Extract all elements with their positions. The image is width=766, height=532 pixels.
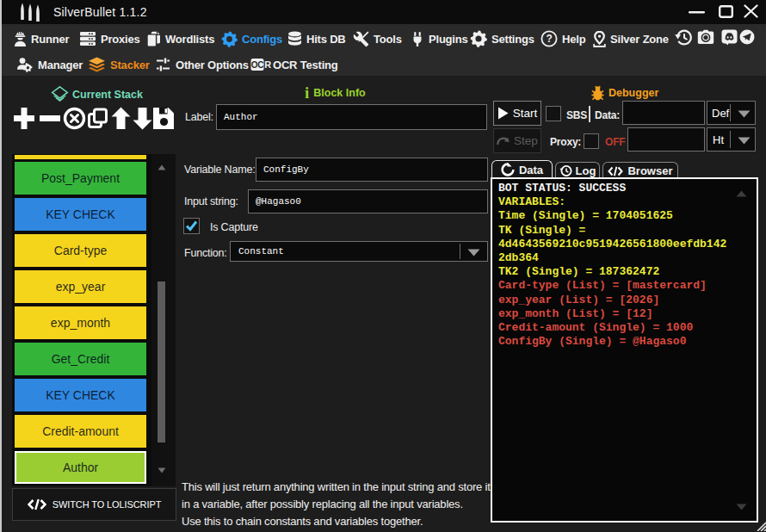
svg-text:OC: OC xyxy=(251,60,264,70)
svg-text:R: R xyxy=(264,59,271,70)
svg-text:?: ? xyxy=(546,33,552,45)
